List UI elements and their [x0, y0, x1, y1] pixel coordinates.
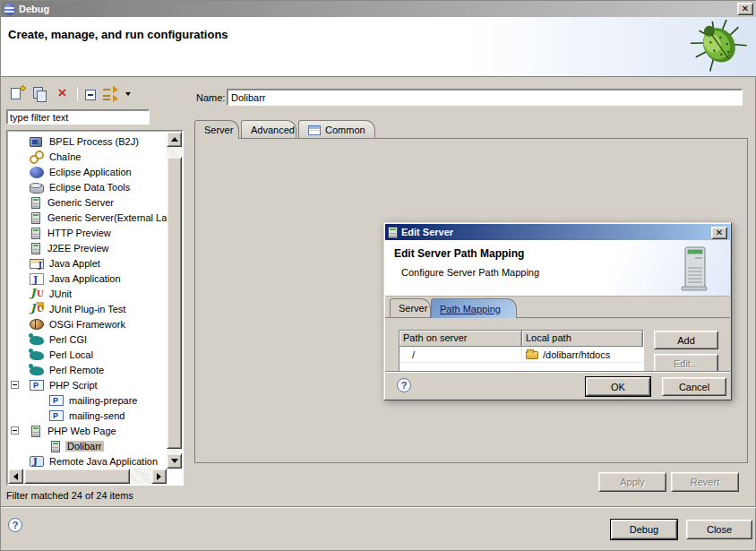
tree-item[interactable]: Java Applet	[8, 255, 167, 271]
tree-item[interactable]: Java Application	[8, 271, 167, 286]
common-tab-icon	[308, 125, 321, 135]
ok-button[interactable]: OK	[586, 377, 650, 396]
tree-item[interactable]: PHP Web Page	[8, 423, 167, 438]
dialog-titlebar[interactable]: Edit Server ✕	[385, 224, 730, 240]
tree-horizontal-scrollbar[interactable]	[8, 469, 167, 484]
new-configuration-button[interactable]	[10, 87, 25, 101]
banner-title: Create, manage, and run configurations	[8, 28, 228, 41]
eclipse-icon	[4, 4, 15, 15]
perl-icon	[30, 366, 44, 375]
tree-item[interactable]: Eclipse Application	[8, 164, 167, 179]
osgi-icon	[30, 319, 44, 330]
window-close-button[interactable]: ✕	[737, 3, 753, 15]
path-mapping-table[interactable]: Path on server Local path / /dolibarr/ht…	[399, 330, 644, 372]
dialog-help-icon[interactable]: ?	[397, 378, 411, 392]
configurations-tree-panel: BPEL Process (B2J)ChaîneEclipse Applicat…	[6, 130, 184, 486]
tree-item[interactable]: Perl CGI	[8, 331, 167, 347]
tree-item[interactable]: mailing-prepare	[8, 392, 167, 408]
table-row[interactable]: / /dolibarr/htdocs	[399, 347, 643, 363]
collapse-all-button[interactable]	[85, 90, 96, 100]
add-mapping-button[interactable]: Add	[654, 331, 718, 349]
php-icon	[49, 395, 64, 406]
scroll-down-button[interactable]	[167, 453, 182, 469]
cell-server-path: /	[399, 347, 522, 362]
tab-server[interactable]: Server	[194, 120, 239, 139]
tree-item[interactable]: Generic Server(External La	[8, 210, 167, 225]
help-icon[interactable]: ?	[8, 518, 22, 532]
tree-item[interactable]: BPEL Process (B2J)	[8, 133, 167, 149]
name-input[interactable]	[227, 89, 743, 106]
close-button[interactable]: Close	[686, 520, 752, 539]
tab-advanced[interactable]: Advanced	[241, 120, 296, 138]
tree-item[interactable]: JUnit	[8, 286, 167, 301]
apply-button[interactable]: Apply	[598, 472, 666, 492]
server-icon	[31, 197, 40, 209]
name-label: Name:	[196, 92, 225, 103]
tree-item[interactable]: Eclipse Data Tools	[8, 179, 167, 194]
dialog-tab-server[interactable]: Server	[390, 298, 431, 317]
tree-item[interactable]: HTTP Preview	[8, 225, 167, 240]
phpweb-icon	[51, 441, 60, 452]
tree-item-label: JUnit Plug-in Test	[47, 304, 127, 314]
tab-common[interactable]: Common	[298, 120, 375, 138]
tree-vertical-scrollbar[interactable]	[167, 132, 182, 469]
toolbar-separator	[77, 87, 78, 101]
chain-icon	[30, 150, 44, 163]
java-icon	[30, 273, 44, 285]
filter-configurations-button[interactable]	[103, 87, 118, 101]
column-header-local-path[interactable]: Local path	[522, 331, 643, 347]
tree-expander-icon[interactable]	[11, 426, 19, 435]
scroll-right-button[interactable]	[151, 469, 167, 484]
server-icon	[31, 228, 40, 239]
cell-local-path: /dolibarr/htdocs	[522, 347, 643, 362]
tree-item-label: Java Applet	[47, 258, 102, 269]
scroll-left-button[interactable]	[8, 469, 23, 484]
scroll-up-button[interactable]	[167, 132, 182, 147]
tree-item[interactable]: Generic Server	[8, 194, 167, 210]
column-header-path-on-server[interactable]: Path on server	[399, 331, 522, 347]
horizontal-scroll-thumb[interactable]	[24, 469, 130, 484]
tree-item-label: HTTP Preview	[46, 228, 113, 238]
tree-item-label: Perl CGI	[47, 334, 89, 345]
server-tower-image	[680, 245, 710, 292]
tree-item[interactable]: mailing-send	[8, 408, 167, 423]
debug-button[interactable]: Debug	[611, 520, 677, 539]
type-filter-input[interactable]	[6, 109, 150, 125]
tree-item-label: mailing-prepare	[67, 395, 139, 406]
tree-item[interactable]: JUnit Plug-in Test	[8, 301, 167, 316]
tree-item[interactable]: Chaîne	[8, 149, 167, 164]
filter-status-text: Filter matched 24 of 24 items	[6, 490, 133, 501]
edit-mapping-button[interactable]: Edit...	[654, 354, 718, 372]
tree-item-label: Java Application	[47, 273, 123, 284]
duplicate-configuration-button[interactable]	[32, 87, 47, 101]
dialog-title: Edit Server	[401, 227, 453, 237]
tree-expander-icon[interactable]	[11, 381, 19, 389]
tree-item[interactable]: J2EE Preview	[8, 240, 167, 255]
tree-item[interactable]: Perl Remote	[8, 362, 167, 377]
tree-item-label: JUnit	[47, 288, 73, 299]
tree-item-label: Generic Server(External La	[46, 212, 167, 223]
perl-icon	[30, 336, 44, 345]
tree-item-label: mailing-send	[67, 410, 126, 421]
tree-item[interactable]: Perl Local	[8, 347, 167, 362]
config-tree: BPEL Process (B2J)ChaîneEclipse Applicat…	[8, 133, 167, 468]
dialog-tab-path-mapping[interactable]: Path Mapping	[431, 298, 517, 318]
table-header-row: Path on server Local path	[399, 331, 643, 347]
php-icon	[30, 380, 44, 391]
footer-separator	[1, 506, 756, 508]
tree-item[interactable]: PHP Script	[8, 377, 167, 392]
configurations-toolbar: ×	[6, 83, 182, 105]
dialog-button-bar: ? OK Cancel	[385, 371, 730, 399]
tree-item[interactable]: Dolibarr	[8, 438, 167, 453]
dialog-subheading: Configure Server Path Mapping	[401, 267, 539, 278]
cancel-button[interactable]: Cancel	[662, 377, 726, 396]
revert-button[interactable]: Revert	[671, 472, 739, 492]
tree-item[interactable]: OSGi Framework	[8, 316, 167, 331]
delete-configuration-button[interactable]: ×	[55, 87, 70, 101]
vertical-scroll-thumb[interactable]	[167, 157, 182, 449]
window-titlebar[interactable]: Debug ✕	[1, 1, 756, 17]
tree-item-label: J2EE Preview	[46, 243, 110, 254]
filter-menu-caret-icon[interactable]	[125, 87, 133, 101]
dialog-close-button[interactable]: ✕	[711, 227, 727, 239]
tree-item[interactable]: Remote Java Application	[8, 453, 167, 468]
